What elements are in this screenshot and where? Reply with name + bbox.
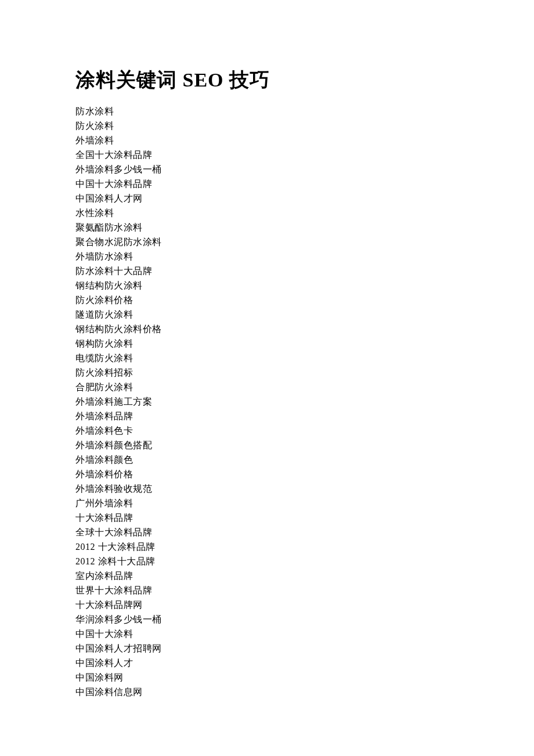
keyword-item: 防水涂料十大品牌 (75, 264, 459, 278)
keyword-item: 聚氨酯防水涂料 (75, 220, 459, 235)
page-title: 涂料关键词 SEO 技巧 (75, 67, 459, 93)
keyword-item: 防水涂料 (75, 104, 459, 118)
keyword-item: 外墙涂料验收规范 (75, 481, 459, 496)
keyword-item: 中国涂料人才网 (75, 191, 459, 206)
keyword-item: 2012 十大涂料品牌 (75, 539, 459, 554)
keyword-item: 中国十大涂料 (75, 627, 459, 641)
keyword-list: 防水涂料防火涂料外墙涂料全国十大涂料品牌外墙涂料多少钱一桶中国十大涂料品牌中国涂… (75, 104, 459, 699)
keyword-item: 聚合物水泥防水涂料 (75, 235, 459, 249)
keyword-item: 外墙涂料色卡 (75, 423, 459, 438)
keyword-item: 外墙涂料 (75, 133, 459, 147)
keyword-item: 外墙防水涂料 (75, 249, 459, 264)
keyword-item: 室内涂料品牌 (75, 568, 459, 583)
keyword-item: 十大涂料品牌 (75, 510, 459, 525)
keyword-item: 中国十大涂料品牌 (75, 177, 459, 191)
keyword-item: 华润涂料多少钱一桶 (75, 612, 459, 627)
keyword-item: 外墙涂料品牌 (75, 409, 459, 423)
keyword-item: 电缆防火涂料 (75, 351, 459, 365)
keyword-item: 世界十大涂料品牌 (75, 583, 459, 597)
keyword-item: 2012 涂料十大品牌 (75, 554, 459, 568)
keyword-item: 隧道防火涂料 (75, 307, 459, 322)
keyword-item: 中国涂料人才 (75, 656, 459, 670)
keyword-item: 外墙涂料价格 (75, 467, 459, 481)
keyword-item: 钢结构防火涂料价格 (75, 322, 459, 336)
keyword-item: 广州外墙涂料 (75, 496, 459, 510)
keyword-item: 水性涂料 (75, 206, 459, 220)
keyword-item: 十大涂料品牌网 (75, 597, 459, 612)
keyword-item: 中国涂料网 (75, 670, 459, 685)
keyword-item: 钢结构防火涂料 (75, 278, 459, 293)
keyword-item: 钢构防火涂料 (75, 336, 459, 351)
keyword-item: 外墙涂料颜色搭配 (75, 438, 459, 452)
keyword-item: 外墙涂料多少钱一桶 (75, 162, 459, 177)
keyword-item: 外墙涂料施工方案 (75, 394, 459, 409)
keyword-item: 全球十大涂料品牌 (75, 525, 459, 539)
keyword-item: 外墙涂料颜色 (75, 452, 459, 467)
keyword-item: 防火涂料价格 (75, 293, 459, 307)
keyword-item: 合肥防火涂料 (75, 380, 459, 394)
keyword-item: 中国涂料信息网 (75, 685, 459, 699)
keyword-item: 全国十大涂料品牌 (75, 147, 459, 162)
keyword-item: 中国涂料人才招聘网 (75, 641, 459, 656)
keyword-item: 防火涂料 (75, 118, 459, 133)
keyword-item: 防火涂料招标 (75, 365, 459, 380)
